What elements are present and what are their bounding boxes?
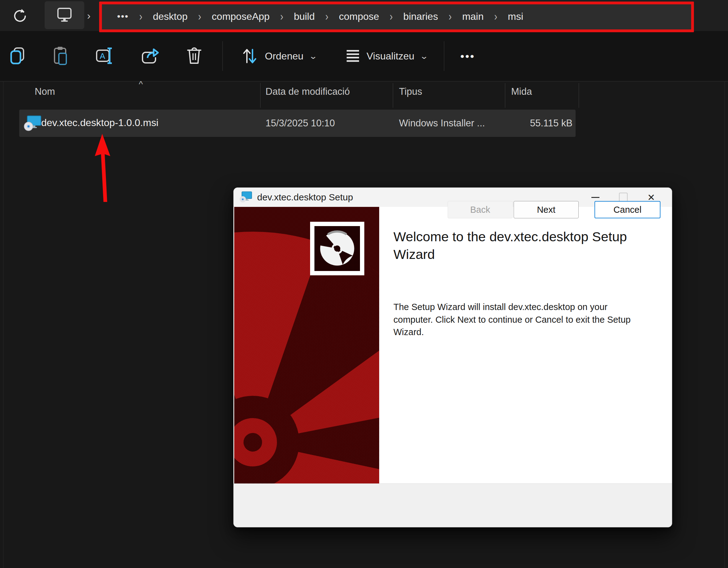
dialog-footer: [234, 483, 672, 527]
minimize-icon: [591, 197, 599, 198]
annotation-arrow: [90, 133, 118, 206]
sort-button[interactable]: Ordeneu ⌄: [233, 41, 324, 71]
msi-file-icon: [24, 115, 42, 133]
pane-left-border: [3, 81, 3, 568]
breadcrumb-item-desktop[interactable]: desktop: [153, 11, 188, 22]
file-name: dev.xtec.desktop-1.0.0.msi: [41, 117, 158, 129]
toolbar-separator: [444, 41, 444, 71]
breadcrumb-item-main[interactable]: main: [462, 11, 484, 22]
chevron-right-icon: ›: [325, 10, 328, 23]
svg-text:A: A: [100, 51, 105, 61]
refresh-button[interactable]: [11, 7, 28, 24]
breadcrumb-item-msi[interactable]: msi: [508, 11, 523, 22]
file-size: 55.115 kB: [480, 118, 572, 129]
disc-icon: [310, 222, 364, 275]
column-separator[interactable]: [505, 83, 505, 108]
chevron-right-icon: ›: [280, 10, 283, 23]
column-header-size[interactable]: Mida: [511, 86, 532, 97]
sort-icon: [241, 46, 259, 67]
installer-banner-image: [234, 207, 379, 485]
breadcrumb-item-binaries[interactable]: binaries: [403, 11, 438, 22]
screen: › ••• › desktop › composeApp › build › c…: [0, 0, 728, 568]
cancel-button[interactable]: Cancel: [594, 201, 660, 218]
breadcrumb-overflow[interactable]: •••: [117, 11, 129, 22]
copy-icon: [9, 46, 27, 66]
column-separator[interactable]: [393, 83, 393, 108]
chevron-right-icon: ›: [494, 10, 497, 23]
share-button[interactable]: [133, 41, 167, 71]
pane-right-border: [725, 81, 725, 568]
more-icon: •••: [460, 50, 475, 62]
chevron-down-icon: ⌄: [419, 51, 428, 61]
view-icon: [345, 48, 361, 65]
view-label: Visualitzeu: [366, 50, 414, 62]
delete-icon: [185, 46, 203, 67]
sort-label: Ordeneu: [265, 50, 304, 62]
explorer-topbar: › ••• › desktop › composeApp › build › c…: [0, 0, 728, 31]
column-separator[interactable]: [579, 83, 579, 108]
maximize-icon: [619, 193, 628, 202]
paste-button[interactable]: [45, 41, 77, 71]
chevron-down-icon: ⌄: [309, 51, 317, 61]
pane-top-border: [0, 81, 728, 81]
chevron-right-icon: ›: [390, 10, 393, 23]
this-pc-icon: [55, 7, 74, 24]
address-bar[interactable]: ••• › desktop › composeApp › build › com…: [101, 2, 693, 31]
file-type: Windows Installer ...: [399, 118, 485, 129]
dialog-description: The Setup Wizard will install dev.xtec.d…: [393, 301, 640, 339]
rename-button[interactable]: A: [87, 41, 122, 71]
paste-icon: [52, 46, 69, 67]
file-modified: 15/3/2025 10:10: [265, 118, 335, 129]
column-header-name[interactable]: Nom: [35, 86, 55, 97]
setup-wizard-dialog: dev.xtec.desktop Setup ✕: [233, 187, 672, 527]
explorer-toolbar: A: [0, 31, 728, 81]
rename-icon: A: [95, 46, 115, 67]
copy-button[interactable]: [2, 41, 34, 71]
more-options-button[interactable]: •••: [453, 41, 483, 71]
msi-app-icon: [239, 191, 252, 203]
refresh-icon: [11, 20, 28, 25]
sort-ascending-icon: ^: [139, 79, 143, 89]
view-button[interactable]: Visualitzeu ⌄: [337, 41, 435, 71]
share-icon: [140, 46, 160, 66]
dialog-heading: Welcome to the dev.xtec.desktop Setup Wi…: [393, 228, 669, 263]
dialog-title: dev.xtec.desktop Setup: [257, 192, 353, 203]
column-separator[interactable]: [260, 83, 261, 108]
back-button[interactable]: Back: [448, 201, 513, 218]
chevron-right-icon: ›: [87, 0, 90, 31]
column-header-type[interactable]: Tipus: [399, 86, 422, 97]
chevron-right-icon: ›: [139, 10, 143, 23]
chevron-right-icon: ›: [198, 10, 201, 23]
file-row-msi[interactable]: dev.xtec.desktop-1.0.0.msi 15/3/2025 10:…: [19, 110, 576, 137]
delete-button[interactable]: [178, 41, 211, 71]
column-header-modified[interactable]: Data de modificació: [265, 86, 350, 97]
breadcrumb-item-build[interactable]: build: [294, 11, 315, 22]
chevron-right-icon: ›: [449, 10, 452, 23]
next-button[interactable]: Next: [514, 201, 579, 218]
this-pc-button[interactable]: [45, 1, 84, 29]
breadcrumb-item-compose[interactable]: compose: [339, 11, 379, 22]
breadcrumb-item-composeapp[interactable]: composeApp: [212, 11, 270, 22]
toolbar-separator: [222, 41, 223, 71]
